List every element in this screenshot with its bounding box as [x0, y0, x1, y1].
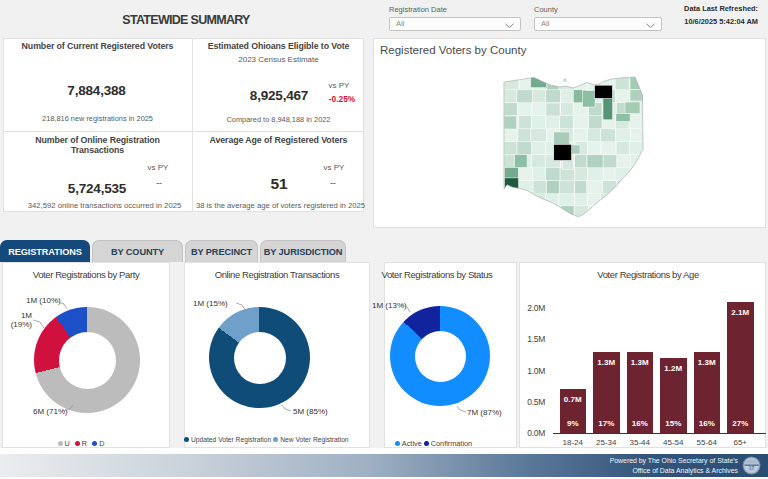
svg-text:17: 17: [749, 466, 755, 471]
